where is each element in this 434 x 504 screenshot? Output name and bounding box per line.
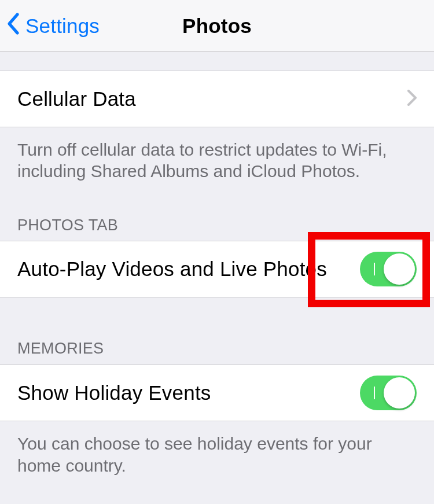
show-holiday-label: Show Holiday Events bbox=[17, 381, 360, 404]
cellular-data-group: Cellular Data bbox=[0, 71, 434, 127]
autoplay-cell: Auto-Play Videos and Live Photos bbox=[0, 241, 434, 297]
memories-header: MEMORIES bbox=[0, 297, 434, 365]
photos-tab-group: Auto-Play Videos and Live Photos bbox=[0, 241, 434, 297]
memories-footer: You can choose to see holiday events for… bbox=[0, 421, 434, 494]
cellular-data-footer: Turn off cellular data to restrict updat… bbox=[0, 127, 434, 188]
show-holiday-toggle[interactable] bbox=[360, 376, 417, 410]
cellular-data-label: Cellular Data bbox=[17, 87, 407, 111]
cellular-data-cell[interactable]: Cellular Data bbox=[0, 71, 434, 127]
photos-tab-header: PHOTOS TAB bbox=[0, 188, 434, 241]
show-holiday-cell: Show Holiday Events bbox=[0, 365, 434, 421]
back-button[interactable]: Settings bbox=[6, 0, 100, 51]
autoplay-label: Auto-Play Videos and Live Photos bbox=[17, 257, 360, 281]
navigation-bar: Settings Photos bbox=[0, 0, 434, 52]
autoplay-toggle[interactable] bbox=[360, 252, 417, 286]
back-label: Settings bbox=[25, 14, 100, 38]
memories-group: Show Holiday Events bbox=[0, 365, 434, 421]
shared-albums-footer: to other people's shared albums. bbox=[0, 52, 434, 71]
chevron-left-icon bbox=[6, 12, 25, 40]
chevron-right-icon bbox=[407, 90, 417, 108]
